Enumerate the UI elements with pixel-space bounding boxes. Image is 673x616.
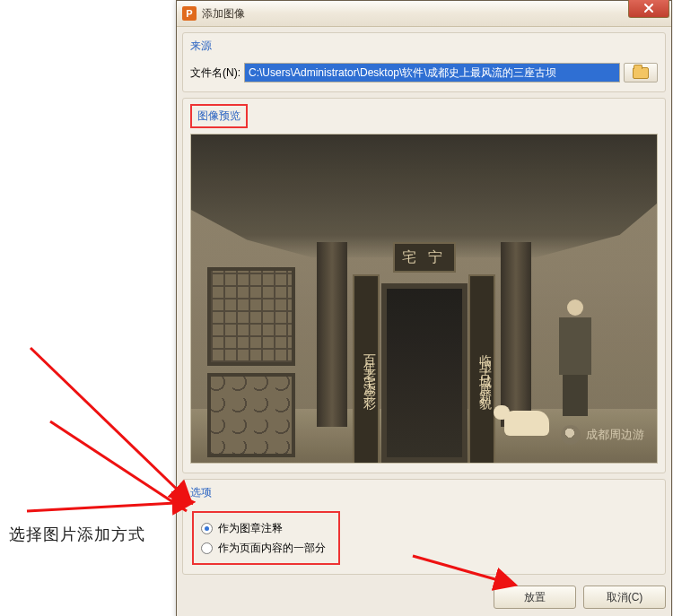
preview-group: 图像预览 宅 宁 百年老宅添异彩 临邛古城展新貌 — [182, 98, 666, 473]
svg-line-0 — [27, 502, 192, 511]
folder-icon — [633, 67, 649, 79]
scroll-right: 临邛古城展新貌 — [468, 274, 495, 464]
person — [556, 299, 594, 416]
annotation-text: 选择图片添加方式 — [9, 524, 145, 545]
plaque-text: 宅 宁 — [393, 242, 456, 273]
radio-highlight-box: 作为图章注释 作为页面内容的一部分 — [192, 511, 340, 565]
dialog-title: 添加图像 — [202, 6, 245, 22]
file-path-input[interactable] — [244, 63, 620, 82]
svg-line-3 — [27, 421, 50, 511]
svg-line-2 — [50, 421, 187, 511]
radio-page-content[interactable]: 作为页面内容的一部分 — [201, 538, 326, 558]
file-row: 文件名(N): — [183, 57, 665, 91]
app-icon: P — [182, 6, 197, 21]
browse-button[interactable] — [624, 63, 658, 82]
dialog-body: 来源 文件名(N): 图像预览 — [177, 27, 671, 616]
options-legend: 选项 — [183, 480, 665, 504]
svg-line-4 — [31, 348, 190, 502]
radio-page-content-input[interactable] — [201, 542, 213, 554]
close-icon — [643, 3, 654, 13]
source-legend: 来源 — [183, 33, 665, 57]
titlebar[interactable]: P 添加图像 — [177, 1, 671, 27]
cancel-button[interactable]: 取消(C) — [583, 586, 666, 609]
file-label: 文件名(N): — [190, 65, 240, 81]
dog — [504, 411, 549, 436]
place-button[interactable]: 放置 — [494, 586, 576, 609]
source-group: 来源 文件名(N): — [182, 32, 666, 92]
radio-page-content-label: 作为页面内容的一部分 — [218, 541, 326, 556]
watermark-text: 成都周边游 — [586, 427, 644, 443]
watermark: 成都周边游 — [561, 425, 644, 445]
watermark-icon — [561, 425, 581, 445]
image-preview: 宅 宁 百年老宅添异彩 临邛古城展新貌 成都周边游 — [190, 134, 658, 464]
radio-stamp[interactable]: 作为图章注释 — [201, 518, 326, 538]
radio-stamp-label: 作为图章注释 — [218, 521, 283, 536]
preview-legend: 图像预览 — [190, 104, 248, 128]
radio-stamp-input[interactable] — [201, 523, 213, 534]
dialog-footer: 放置 取消(C) — [182, 580, 666, 612]
preview-photo: 宅 宁 百年老宅添异彩 临邛古城展新貌 成都周边游 — [191, 134, 657, 463]
add-image-dialog: P 添加图像 来源 文件名(N): 图像预览 — [176, 0, 672, 616]
close-button[interactable] — [628, 0, 669, 18]
scroll-left: 百年老宅添异彩 — [353, 274, 380, 464]
options-group: 选项 作为图章注释 作为页面内容的一部分 — [182, 479, 666, 575]
